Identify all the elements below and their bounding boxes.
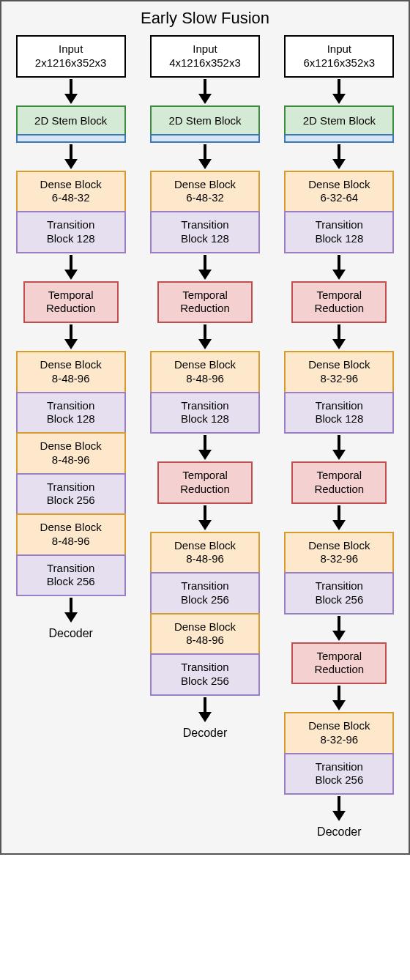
- dense-block: Dense Block8-32-96: [284, 351, 394, 393]
- decoder-label: Decoder: [317, 825, 361, 839]
- dense-block-label: Dense Block: [154, 620, 256, 634]
- transition-block-params: Block 256: [20, 494, 122, 508]
- temporal-reduction-block-label: Temporal: [162, 289, 248, 302]
- transition-block-params: Block 128: [154, 412, 256, 426]
- input-block-params: 4x1216x352x3: [154, 56, 256, 70]
- transition-block-params: Block 256: [288, 773, 390, 787]
- temporal-reduction-block: TemporalReduction: [291, 642, 387, 685]
- arrow-down-icon: [332, 616, 346, 641]
- arrow-down-icon: [198, 505, 212, 530]
- stem-block: 2D Stem Block: [16, 105, 126, 143]
- temporal-reduction-block: TemporalReduction: [157, 461, 253, 504]
- temporal-reduction-block-params: Reduction: [296, 663, 382, 677]
- transition-block: TransitionBlock 256: [16, 554, 126, 597]
- transition-block-params: Block 256: [288, 593, 390, 607]
- transition-block: TransitionBlock 256: [150, 653, 260, 696]
- transition-block: TransitionBlock 128: [284, 211, 394, 253]
- dense-block-params: 8-48-96: [154, 634, 256, 647]
- temporal-reduction-block-params: Reduction: [162, 302, 248, 316]
- decoder-label: Decoder: [48, 627, 92, 640]
- transition-block: TransitionBlock 256: [150, 572, 260, 615]
- dense-block-label: Dense Block: [154, 358, 256, 372]
- input-block-label: Input: [20, 42, 122, 56]
- transition-block: TransitionBlock 256: [16, 473, 126, 516]
- arrow-down-icon: [332, 79, 346, 104]
- temporal-reduction-block-label: Temporal: [28, 289, 114, 302]
- temporal-reduction-block-params: Reduction: [296, 302, 382, 316]
- dense-block-params: 8-32-96: [288, 372, 390, 386]
- transition-block-label: Transition: [20, 218, 122, 232]
- input-block-label: Input: [288, 42, 390, 56]
- transition-block-label: Transition: [288, 760, 390, 774]
- transition-block: TransitionBlock 128: [16, 211, 126, 253]
- temporal-reduction-block-label: Temporal: [162, 469, 248, 483]
- transition-block-params: Block 128: [20, 232, 122, 246]
- dense-block: Dense Block8-48-96: [16, 432, 126, 475]
- arrow-down-icon: [198, 255, 212, 280]
- architecture-column: Input6x1216x352x32D Stem BlockDense Bloc…: [277, 35, 401, 839]
- dense-block-label: Dense Block: [288, 178, 390, 192]
- transition-block: TransitionBlock 128: [150, 211, 260, 253]
- dense-block-params: 8-48-96: [154, 372, 256, 386]
- dense-block-label: Dense Block: [20, 439, 122, 453]
- stem-block: 2D Stem Block: [150, 105, 260, 143]
- dense-block-label: Dense Block: [288, 719, 390, 733]
- transition-block-label: Transition: [20, 562, 122, 576]
- input-block-label: Input: [154, 42, 256, 56]
- transition-block-params: Block 128: [20, 412, 122, 426]
- dense-block: Dense Block8-32-96: [284, 532, 394, 574]
- dense-block: Dense Block6-48-32: [150, 171, 260, 213]
- dense-block-label: Dense Block: [154, 539, 256, 553]
- arrow-down-icon: [198, 324, 212, 349]
- transition-block-params: Block 256: [154, 593, 256, 607]
- transition-block: TransitionBlock 128: [150, 392, 260, 434]
- dense-block-label: Dense Block: [288, 539, 390, 553]
- arrow-down-icon: [198, 435, 212, 460]
- arrow-down-icon: [332, 144, 346, 169]
- transition-block: TransitionBlock 256: [284, 572, 394, 615]
- dense-block-params: 8-48-96: [20, 535, 122, 549]
- dense-block: Dense Block8-48-96: [150, 532, 260, 574]
- columns-container: Input2x1216x352x32D Stem BlockDense Bloc…: [9, 35, 401, 839]
- transition-block: TransitionBlock 256: [284, 753, 394, 795]
- decoder-label: Decoder: [183, 727, 227, 740]
- arrow-down-icon: [332, 435, 346, 460]
- transition-block-label: Transition: [288, 218, 390, 232]
- dense-block-label: Dense Block: [288, 358, 390, 372]
- arrow-down-icon: [64, 255, 78, 280]
- input-block-params: 6x1216x352x3: [288, 56, 390, 70]
- input-block: Input4x1216x352x3: [150, 35, 260, 78]
- transition-block-params: Block 128: [154, 232, 256, 246]
- dense-block-params: 8-48-96: [154, 552, 256, 566]
- dense-block-params: 6-48-32: [154, 191, 256, 205]
- diagram-title: Early Slow Fusion: [9, 9, 401, 28]
- dense-block: Dense Block8-48-96: [16, 351, 126, 393]
- temporal-reduction-block-params: Reduction: [28, 302, 114, 316]
- transition-block-label: Transition: [20, 399, 122, 413]
- temporal-reduction-block-label: Temporal: [296, 650, 382, 664]
- stem-block-strip: [284, 134, 394, 143]
- input-block: Input2x1216x352x3: [16, 35, 126, 78]
- temporal-reduction-block-label: Temporal: [296, 469, 382, 483]
- temporal-reduction-block-label: Temporal: [296, 289, 382, 302]
- stem-block-strip: [16, 134, 126, 143]
- dense-block-params: 6-32-64: [288, 191, 390, 205]
- transition-block: TransitionBlock 128: [284, 392, 394, 434]
- transition-block-params: Block 256: [154, 675, 256, 688]
- dense-block: Dense Block8-48-96: [150, 613, 260, 656]
- transition-block-params: Block 256: [20, 575, 122, 589]
- dense-block-params: 8-48-96: [20, 453, 122, 467]
- dense-block: Dense Block8-48-96: [150, 351, 260, 393]
- transition-block-params: Block 128: [288, 232, 390, 246]
- arrow-down-icon: [64, 324, 78, 349]
- transition-block-label: Transition: [154, 399, 256, 413]
- architecture-column: Input2x1216x352x32D Stem BlockDense Bloc…: [9, 35, 133, 839]
- input-block: Input6x1216x352x3: [284, 35, 394, 78]
- temporal-reduction-block: TemporalReduction: [23, 281, 119, 324]
- arrow-down-icon: [332, 324, 346, 349]
- arrow-down-icon: [64, 79, 78, 104]
- transition-block-label: Transition: [20, 480, 122, 494]
- dense-block-label: Dense Block: [20, 521, 122, 535]
- stem-block-strip: [150, 134, 260, 143]
- arrow-down-icon: [332, 796, 346, 821]
